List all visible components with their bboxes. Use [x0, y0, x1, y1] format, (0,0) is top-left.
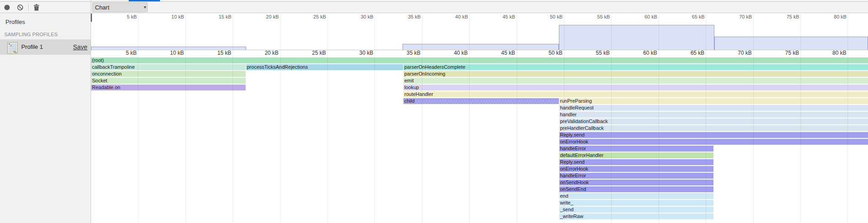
svg-text:%: % — [13, 50, 17, 54]
